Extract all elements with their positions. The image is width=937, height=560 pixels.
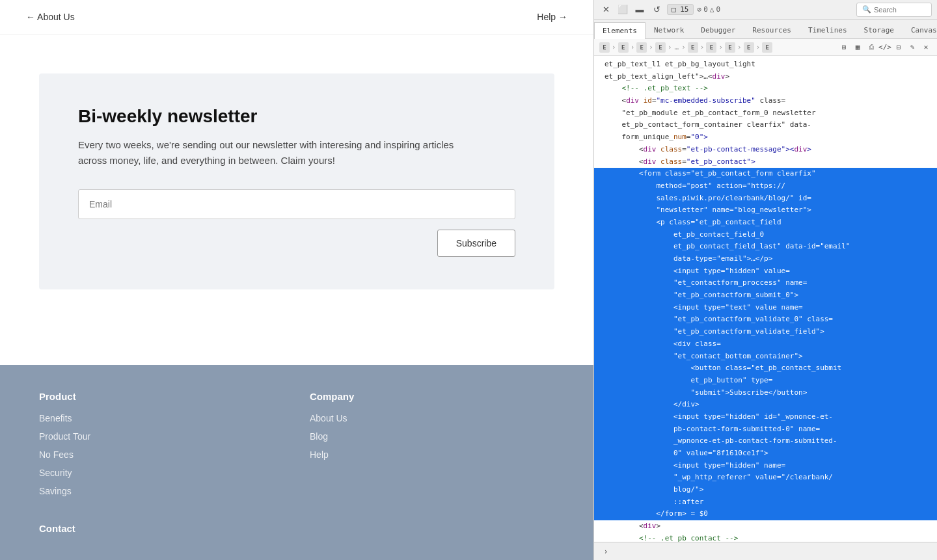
html-line[interactable]: <div class="et_pb_contact"> <box>594 156 937 168</box>
html-line[interactable]: "_wp_http_referer" value="/clearbank/ <box>594 472 937 484</box>
breadcrumb-tag-3[interactable]: E <box>636 42 647 53</box>
html-line[interactable]: "et_pb_contactform_submit_0"> <box>594 289 937 302</box>
html-line[interactable]: <input type="text" value name= <box>594 302 937 314</box>
tab-timelines[interactable]: Timelines <box>800 21 856 38</box>
html-line[interactable]: method="post" action="https:// <box>594 180 937 193</box>
html-line[interactable]: sales.piwik.pro/clearbank/blog/" id= <box>594 193 937 205</box>
html-line[interactable]: "et_pb_module et_pb_contact_form_0 newsl… <box>594 107 937 120</box>
footer-company-col: Company About Us Blog Help <box>310 391 554 503</box>
screenshot-icon[interactable]: ▦ <box>852 42 863 53</box>
list-item: Blog <box>310 431 554 442</box>
breadcrumb-tag-4[interactable]: E <box>655 42 666 53</box>
html-line[interactable]: <div> <box>594 520 937 533</box>
breadcrumb-sep-9: › <box>755 43 761 51</box>
footer-company-links: About Us Blog Help <box>310 412 554 460</box>
html-line[interactable]: <input type="hidden" name= <box>594 460 937 472</box>
breadcrumb-tag-9[interactable]: E <box>762 42 772 53</box>
html-line[interactable]: <!-- .et_pb_text --> <box>594 83 937 95</box>
html-line[interactable]: et_pb_contact_form_container clearfix" d… <box>594 119 937 131</box>
footer-benefits-link[interactable]: Benefits <box>39 413 72 423</box>
footer-savings-link[interactable]: Savings <box>39 486 72 496</box>
footer-blog-link[interactable]: Blog <box>310 431 328 442</box>
tab-resources[interactable]: Resources <box>744 21 800 38</box>
html-line[interactable]: et_pb_contact_field_last" data-id="email… <box>594 241 937 253</box>
close-icon[interactable]: ✕ <box>920 42 932 53</box>
pen-icon[interactable]: ✎ <box>906 42 918 53</box>
tab-network[interactable]: Network <box>645 21 692 38</box>
subscribe-button[interactable]: Subscribe <box>437 230 515 257</box>
dom-grid-icon[interactable]: ⊞ <box>838 42 850 53</box>
html-line[interactable]: "et_pb_contactform_validate_0" class= <box>594 313 937 326</box>
print-icon[interactable]: ⎙ <box>865 42 877 53</box>
html-line[interactable]: <div class= <box>594 338 937 351</box>
tab-count-icon: □ <box>672 5 676 14</box>
html-line[interactable]: et_pb_contact_field_0 <box>594 229 937 241</box>
breadcrumb-tag-6[interactable]: E <box>706 42 716 53</box>
search-input[interactable] <box>874 6 926 14</box>
html-line[interactable]: <form class="et_pb_contact_form clearfix… <box>594 168 937 180</box>
reload-button[interactable]: ↺ <box>650 3 663 16</box>
dock-button[interactable]: ▬ <box>633 3 646 16</box>
list-item: Security <box>39 467 284 479</box>
html-line[interactable]: <!-- .et_pb_contact --> <box>594 533 937 542</box>
tab-canvas[interactable]: Canvas <box>903 21 937 38</box>
html-line[interactable]: <p class="et_pb_contact_field <box>594 217 937 229</box>
footer-no-fees-link[interactable]: No Fees <box>39 449 74 460</box>
breadcrumb-tag-5[interactable]: E <box>688 42 698 53</box>
footer-security-link[interactable]: Security <box>39 468 72 478</box>
breadcrumb-sep-7: › <box>718 43 724 51</box>
html-line[interactable]: </form> = $0 <box>594 508 937 520</box>
html-line[interactable]: blog/"> <box>594 484 937 496</box>
html-line[interactable]: <button class="et_pb_contact_submit <box>594 362 937 375</box>
forward-link[interactable]: Help → <box>537 12 567 22</box>
tab-elements[interactable]: Elements <box>594 22 645 39</box>
html-line[interactable]: data-type="email">…</p> <box>594 253 937 265</box>
html-line[interactable]: "submit">Subscribe</button> <box>594 387 937 399</box>
breadcrumb-sep-3: › <box>648 43 654 51</box>
html-line[interactable]: et_pb_text_l1 et_pb_bg_layout_light <box>594 59 937 71</box>
error-icon: ⊘ <box>698 5 702 14</box>
breadcrumb-tag-8[interactable]: E <box>744 42 754 53</box>
html-line[interactable]: pb-contact-form-submitted-0" name= <box>594 423 937 436</box>
html-line[interactable]: "et_contact_bottom_container"> <box>594 351 937 363</box>
undock-button[interactable]: ⬜ <box>616 3 629 16</box>
devtools-topbar: ✕ ⬜ ▬ ↺ □ 15 ⊘ 0 △ 0 🔍 <box>594 0 937 20</box>
close-button[interactable]: ✕ <box>599 3 612 16</box>
html-line[interactable]: <div class="et-pb-contact-message"><div> <box>594 144 937 156</box>
html-line[interactable]: ::after <box>594 496 937 509</box>
breadcrumb-tag-2[interactable]: E <box>618 42 629 53</box>
tab-storage[interactable]: Storage <box>856 21 903 38</box>
html-line[interactable]: <input type="hidden" value= <box>594 265 937 278</box>
tab-count: □ 15 <box>667 4 694 15</box>
subscribe-row: Subscribe <box>78 230 515 257</box>
html-line[interactable]: "et_pb_contactform_validate_field"> <box>594 326 937 338</box>
footer-about-link[interactable]: About Us <box>310 413 347 423</box>
breadcrumb-tag-7[interactable]: E <box>725 42 735 53</box>
html-line[interactable]: _wpnonce-et-pb-contact-form-submitted- <box>594 435 937 447</box>
html-line[interactable]: <input type="hidden" id="_wpnonce-et- <box>594 411 937 423</box>
html-line[interactable]: <div id="mc-embedded-subscribe" class= <box>594 95 937 107</box>
newsletter-description: Every two weeks, we're sending out our n… <box>78 137 482 168</box>
email-input[interactable] <box>78 189 515 219</box>
html-view[interactable]: et_pb_text_l1 et_pb_bg_layout_lightet_pb… <box>594 56 937 542</box>
html-line[interactable]: "et_contactform_proccess" name= <box>594 277 937 289</box>
layout-icon[interactable]: ⊟ <box>893 42 904 53</box>
html-line[interactable]: et_pb_text_align_left">…<div> <box>594 71 937 83</box>
search-box[interactable]: 🔍 <box>856 3 932 17</box>
newsletter-title: Bi-weekly newsletter <box>78 106 515 127</box>
breadcrumb-tag-1[interactable]: E <box>599 42 610 53</box>
footer-product-tour-link[interactable]: Product Tour <box>39 431 90 442</box>
html-line[interactable]: </div> <box>594 399 937 411</box>
tab-debugger[interactable]: Debugger <box>692 21 744 38</box>
html-line[interactable]: form_unique_num="0"> <box>594 131 937 144</box>
breadcrumb-sep-4: › <box>667 43 673 51</box>
breadcrumb-ellipsis: … <box>674 43 680 51</box>
html-line[interactable]: 0" value="8f1610ce1f"> <box>594 447 937 460</box>
footer-help-link[interactable]: Help <box>310 449 329 460</box>
html-line[interactable]: et_pb_button" type= <box>594 375 937 387</box>
html-line[interactable]: "newsletter" name="blog_newsletter"> <box>594 204 937 217</box>
back-link[interactable]: ← About Us <box>26 12 75 22</box>
expand-button[interactable]: › <box>599 545 612 558</box>
footer-company-heading: Company <box>310 391 554 402</box>
code-icon[interactable]: </> <box>879 42 891 53</box>
